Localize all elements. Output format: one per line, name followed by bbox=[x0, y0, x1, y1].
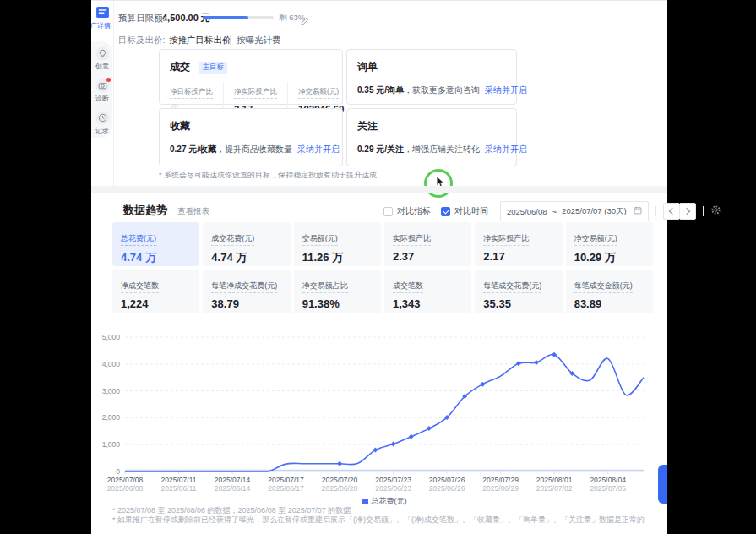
inquiry-card-title: 询单 bbox=[357, 60, 378, 74]
svg-text:2025/07/26: 2025/07/26 bbox=[429, 476, 465, 484]
metric-value: 1,343 bbox=[393, 297, 463, 310]
next-period-button[interactable] bbox=[679, 203, 696, 220]
budget-progress-bar bbox=[203, 16, 274, 19]
bid-option-exposure[interactable]: 按曝光计费 bbox=[237, 35, 281, 46]
settings-gear-icon[interactable] bbox=[710, 204, 721, 219]
bid-option-goal[interactable]: 按推广目标出价 bbox=[169, 35, 231, 46]
sidebar-item-label: 创意 bbox=[91, 62, 113, 71]
metric-label: 净实际投产比 bbox=[483, 233, 529, 246]
compare-time-label: 对比时间 bbox=[454, 205, 488, 217]
sidebar-item-1[interactable]: 创意 bbox=[91, 46, 113, 71]
metric-label: 每笔成交花费(元) bbox=[483, 281, 541, 293]
goal-card-deal: 成交 主目标 净目标投产比 2.45 净实际投产比 2.17 净交易额(元) 1… bbox=[159, 49, 343, 105]
date-range-picker[interactable]: 2025/06/08 ~ 2025/07/07 (30天) bbox=[500, 201, 649, 221]
svg-text:2025/06/17: 2025/06/17 bbox=[268, 484, 304, 493]
svg-text:2025/07/17: 2025/07/17 bbox=[268, 476, 304, 484]
metric-card-2[interactable]: 交易额(元)11.26 万0.00 bbox=[294, 222, 381, 266]
metric-value: 35.35 bbox=[483, 297, 553, 310]
sidebar-item-label: 推广详情 bbox=[91, 21, 113, 30]
date-separator: ~ bbox=[552, 207, 557, 216]
detail-icon bbox=[95, 6, 110, 20]
sidebar-item-3[interactable]: 记录 bbox=[91, 111, 113, 135]
sidebar-item-label: 记录 bbox=[91, 126, 113, 135]
metric-card-3[interactable]: 实际投产比2.370.00 bbox=[384, 222, 471, 266]
metric-card-7[interactable]: 每笔净成交花费(元)38.790.00 bbox=[203, 270, 290, 313]
svg-text:2025/08/04: 2025/08/04 bbox=[590, 476, 626, 484]
date-start: 2025/06/08 bbox=[507, 207, 547, 216]
compare-metric-checkbox[interactable] bbox=[383, 207, 393, 216]
metric-compare-value: 0.00 bbox=[483, 313, 553, 313]
camera-icon bbox=[95, 79, 110, 93]
metric-card-5[interactable]: 净交易额(元)10.29 万0.00 bbox=[566, 222, 653, 266]
metric-compare-value: 0 bbox=[121, 313, 191, 313]
sidebar-item-2[interactable]: 诊断 bbox=[91, 79, 113, 103]
metric-value: 91.38% bbox=[302, 297, 373, 310]
edit-budget-icon[interactable] bbox=[301, 14, 310, 29]
metric-card-0[interactable]: 总花费(元)4.74 万0.00 bbox=[112, 222, 199, 266]
trend-section-title: 数据趋势 bbox=[123, 203, 167, 218]
calendar-icon bbox=[634, 206, 642, 216]
metric-value: 38.79 bbox=[211, 297, 281, 310]
bulb-icon bbox=[95, 46, 110, 61]
svg-text:2,000: 2,000 bbox=[102, 413, 121, 422]
metric-card-9[interactable]: 成交笔数1,3430 bbox=[384, 270, 471, 313]
metric-card-1[interactable]: 成交花费(元)4.74 万0.00 bbox=[203, 222, 290, 266]
metric-label: 净交易额(元) bbox=[574, 233, 617, 246]
svg-text:0: 0 bbox=[116, 467, 120, 476]
deal-card-title: 成交 bbox=[170, 60, 190, 74]
metric-card-4[interactable]: 净实际投产比2.170.00 bbox=[475, 222, 562, 266]
metric-label: 净成交笔数 bbox=[121, 281, 159, 293]
svg-text:2025/06/20: 2025/06/20 bbox=[322, 484, 358, 493]
svg-text:2025/06/14: 2025/06/14 bbox=[215, 484, 251, 493]
metric-compare-value: 0.00 bbox=[393, 265, 463, 266]
metric-card-6[interactable]: 净成交笔数1,2240 bbox=[112, 270, 199, 313]
prev-period-button[interactable] bbox=[663, 203, 680, 220]
controls-divider bbox=[655, 206, 656, 216]
floating-side-tab[interactable] bbox=[658, 465, 667, 504]
mini-sidebar: 推广详情创意诊断记录 bbox=[91, 1, 114, 186]
metric-value: 11.26 万 bbox=[302, 250, 373, 265]
sidebar-item-0[interactable]: 推广详情 bbox=[91, 6, 113, 30]
metric-label: 交易额(元) bbox=[302, 233, 338, 246]
metric-label: 每笔净成交花费(元) bbox=[211, 281, 277, 293]
svg-text:2025/06/11: 2025/06/11 bbox=[161, 484, 197, 493]
chart-footnote-2: * 如果推广在暂停或删除前已经获得了曝光，那么在暂停或重建后展示「(净)交易额」… bbox=[112, 515, 645, 526]
goal-card-inquiry: 询单 0.35 元/询单，获取更多意向咨询采纳并开启 bbox=[346, 49, 517, 105]
metric-card-8[interactable]: 净交易额占比91.38%0.00% bbox=[294, 270, 381, 313]
metric-value: 1,224 bbox=[121, 297, 191, 310]
metric-value: 10.29 万 bbox=[574, 250, 645, 265]
metric-compare-value: 0 bbox=[393, 313, 463, 313]
svg-text:2025/07/14: 2025/07/14 bbox=[215, 476, 251, 484]
goal-bid-label: 目标及出价: bbox=[118, 35, 165, 46]
metric-value: 4.74 万 bbox=[121, 250, 191, 265]
metric-value: 2.37 bbox=[393, 250, 463, 263]
svg-text:2025/06/26: 2025/06/26 bbox=[429, 484, 465, 493]
primary-goal-badge: 主目标 bbox=[199, 62, 227, 74]
favorite-card-title: 收藏 bbox=[170, 119, 190, 134]
follow-card-title: 关注 bbox=[357, 119, 378, 134]
view-report-link[interactable]: 查看报表 bbox=[177, 206, 209, 217]
sidebar-item-label: 诊断 bbox=[91, 94, 113, 103]
controls-divider-2 bbox=[703, 206, 704, 216]
metric-label: 成交笔数 bbox=[393, 281, 423, 293]
adopt-inquiry-link[interactable]: 采纳并开启 bbox=[485, 85, 527, 95]
metric-label: 成交花费(元) bbox=[211, 233, 254, 246]
metric-compare-value: 0.00 bbox=[483, 265, 553, 266]
svg-text:2025/07/08: 2025/07/08 bbox=[107, 476, 144, 484]
svg-text:2025/07/23: 2025/07/23 bbox=[375, 476, 411, 484]
trend-line-chart: 01,0002,0003,0004,0005,0002025/07/082025… bbox=[91, 330, 667, 496]
metric-summary-grid: 总花费(元)4.74 万0.00成交花费(元)4.74 万0.00交易额(元)1… bbox=[112, 222, 653, 313]
metric-card-10[interactable]: 每笔成交花费(元)35.350.00 bbox=[475, 270, 562, 313]
adopt-follow-link[interactable]: 采纳并开启 bbox=[485, 144, 527, 154]
notification-dot bbox=[106, 78, 111, 82]
svg-text:2025/07/20: 2025/07/20 bbox=[322, 476, 358, 484]
compare-time-checkbox[interactable] bbox=[441, 207, 450, 216]
trend-chart: 01,0002,0003,0004,0005,0002025/07/082025… bbox=[91, 330, 667, 496]
svg-text:2025/06/08: 2025/06/08 bbox=[107, 484, 144, 493]
goal-note: * 系统会尽可能达成你设置的目标，保持稳定投放有助于提升达成 bbox=[159, 170, 377, 181]
svg-text:2025/07/11: 2025/07/11 bbox=[161, 476, 197, 484]
metric-card-11[interactable]: 每笔成交金额(元)83.890.00 bbox=[566, 270, 653, 313]
svg-text:2025/07/05: 2025/07/05 bbox=[590, 484, 626, 493]
adopt-favorite-link[interactable]: 采纳并开启 bbox=[297, 144, 340, 154]
svg-text:5,000: 5,000 bbox=[102, 333, 121, 341]
